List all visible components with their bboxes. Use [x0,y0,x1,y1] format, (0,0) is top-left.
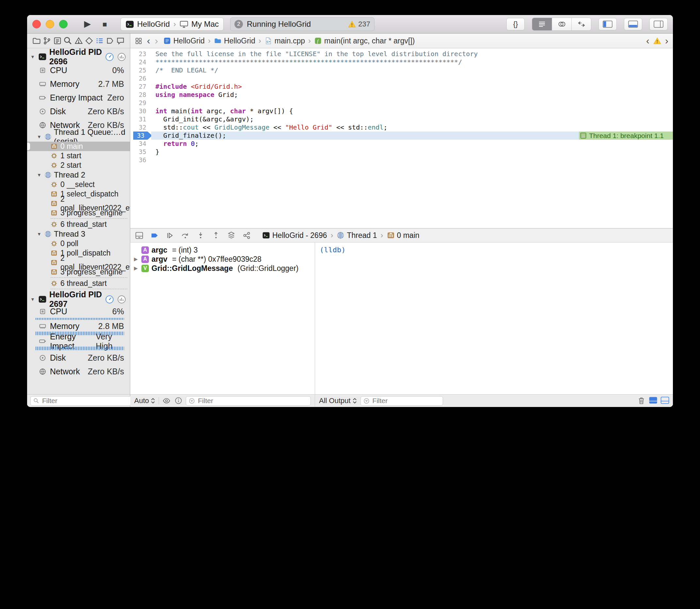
info-button[interactable] [174,397,183,405]
stack-frame-row[interactable]: 2 start [27,160,130,170]
stack-frame-row[interactable]: 1 start [27,151,130,160]
report-navigator-button[interactable] [116,36,125,45]
scheme-selector[interactable]: HelloGrid › My Mac [120,18,224,31]
quick-look-button[interactable] [162,397,171,405]
thread-row[interactable]: ▼ Thread 2 [27,170,130,180]
code-line-32[interactable]: 32 std::cout << GridLogMessage << "Hello… [130,123,673,132]
breakpoint-navigator-button[interactable] [105,36,115,45]
line-number-gutter[interactable]: 29 [130,99,151,107]
source-editor[interactable]: 23See the full license in the file "LICE… [130,48,673,228]
instruction-pointer[interactable]: 33 [133,132,152,140]
find-navigator-button[interactable] [63,36,72,45]
project-navigator-button[interactable] [32,36,41,45]
line-number-gutter[interactable]: 30 [130,107,151,115]
stop-button[interactable]: ■ [96,20,113,29]
issue-navigator-button[interactable] [74,36,83,45]
variables-filter-field[interactable] [186,396,311,406]
disclosure-down-icon[interactable]: ▼ [30,297,36,302]
code-line-30[interactable]: 30int main(int argc, char * argv[]) { [130,107,673,115]
crumb-symbol[interactable]: fmain(int argc, char * argv[]) [314,37,415,45]
stack-frame-row[interactable]: 6 thread_start [27,279,130,288]
disclosure-right-icon[interactable]: ▶ [133,265,139,271]
version-editor-button[interactable] [571,18,591,30]
disclosure-right-icon[interactable]: ▶ [133,256,139,262]
gauge-row-energy-impact[interactable]: Energy ImpactVery High [27,336,130,351]
code-review-button[interactable]: {} [507,18,525,30]
breakpoint-annotation[interactable]: Thread 1: breakpoint 1.1 [579,132,673,140]
run-button[interactable]: ▶ [79,20,96,29]
profile-in-instruments-button[interactable] [105,295,114,304]
code-line-29[interactable]: 29 [130,99,673,107]
stack-frame-row[interactable]: 3 progress_engine [27,267,130,277]
line-number-gutter[interactable]: 34 [130,140,151,148]
step-over-button[interactable] [181,231,190,240]
code-line-28[interactable]: 28using namespace Grid; [130,91,673,99]
symbol-navigator-button[interactable] [53,36,62,45]
line-number-gutter[interactable]: 26 [130,74,151,83]
toggle-inspector-button[interactable] [649,18,668,30]
line-number-gutter[interactable]: 23 [130,50,151,58]
test-navigator-button[interactable] [85,36,94,45]
gauge-row-cpu[interactable]: CPU0% [27,63,130,77]
debug-navigator-button[interactable] [95,36,104,45]
crumb-thread[interactable]: Thread 1 [337,231,377,240]
assistant-editor-button[interactable] [552,18,571,30]
console-filter-input[interactable] [372,397,440,405]
stack-frame-row[interactable]: 6 thread_start [27,220,130,229]
memory-report-button[interactable] [117,53,126,62]
disclosure-down-icon[interactable]: ▼ [30,54,36,59]
related-items-icon[interactable] [135,37,142,45]
line-number-gutter[interactable]: 35 [130,148,151,156]
disclosure-down-icon[interactable]: ▼ [36,172,42,177]
gauge-row-disk[interactable]: DiskZero KB/s [27,351,130,365]
previous-issue-button[interactable]: ‹ [646,36,649,46]
show-console-view-button[interactable] [661,397,669,405]
step-out-button[interactable] [211,231,220,240]
stack-frame-row[interactable]: 2 opal_libevent2022_ev… [27,258,130,267]
line-number-gutter[interactable]: 24 [130,58,151,66]
toggle-navigator-button[interactable] [598,18,617,30]
back-button[interactable]: ‹ [147,36,150,46]
activity-viewer[interactable]: 2 Running HelloGrid 237 [230,17,375,31]
variable-row[interactable]: ▶ V Grid::GridLogMessage (Grid::GridLogg… [133,264,315,273]
memory-report-button[interactable] [117,295,126,304]
activate-breakpoints-button[interactable] [150,231,159,240]
gauge-row-memory[interactable]: Memory2.7 MB [27,77,130,91]
forward-button[interactable]: › [155,36,158,46]
variable-row[interactable]: A argc = (int) 3 [133,245,315,255]
profile-in-instruments-button[interactable] [105,53,114,62]
console-filter-field[interactable] [360,396,443,406]
crumb-frame[interactable]: 0 main [387,231,420,240]
line-number-gutter[interactable]: 36 [130,156,151,164]
toggle-debug-area-button[interactable] [624,18,642,30]
disclosure-down-icon[interactable]: ▼ [36,231,42,237]
continue-execution-button[interactable] [166,231,174,240]
gauge-row-network[interactable]: NetworkZero KB/s [27,365,130,378]
gauge-row-energy-impact[interactable]: Energy ImpactZero [27,91,130,104]
line-number-gutter[interactable]: 31 [130,115,151,123]
code-line-26[interactable]: 26 [130,74,673,83]
crumb-file[interactable]: C+main.cpp [264,37,305,45]
disclosure-down-icon[interactable]: ▼ [36,134,42,139]
variable-row[interactable]: ▶ A argv = (char **) 0x7ffee9039c28 [133,255,315,264]
crumb-group[interactable]: HelloGrid [214,37,255,45]
navigator-filter-input[interactable] [41,397,131,405]
gauge-row-disk[interactable]: DiskZero KB/s [27,104,130,118]
stack-frame-row[interactable]: 0 main [27,142,130,151]
stack-frame-row[interactable]: 0 poll [27,239,130,248]
code-line-36[interactable]: 36 [130,156,673,164]
line-number-gutter[interactable]: 33 [130,132,151,140]
debug-view-hierarchy-button[interactable] [227,231,236,240]
gauge-row-cpu[interactable]: CPU6% [27,306,130,321]
source-control-navigator-button[interactable] [42,36,52,45]
hide-debug-area-button[interactable] [135,231,144,240]
code-line-33[interactable]: 33 Grid_finalize(); Thread 1: breakpoint… [130,132,673,140]
crumb-process[interactable]: HelloGrid - 2696 [262,231,327,240]
line-number-gutter[interactable]: 32 [130,123,151,132]
line-number-gutter[interactable]: 28 [130,91,151,99]
code-line-34[interactable]: 34 return 0; [130,140,673,148]
code-line-31[interactable]: 31 Grid_init(&argc,&argv); [130,115,673,123]
step-into-button[interactable] [196,231,205,240]
close-button[interactable] [32,20,41,29]
next-issue-button[interactable]: › [665,36,668,46]
